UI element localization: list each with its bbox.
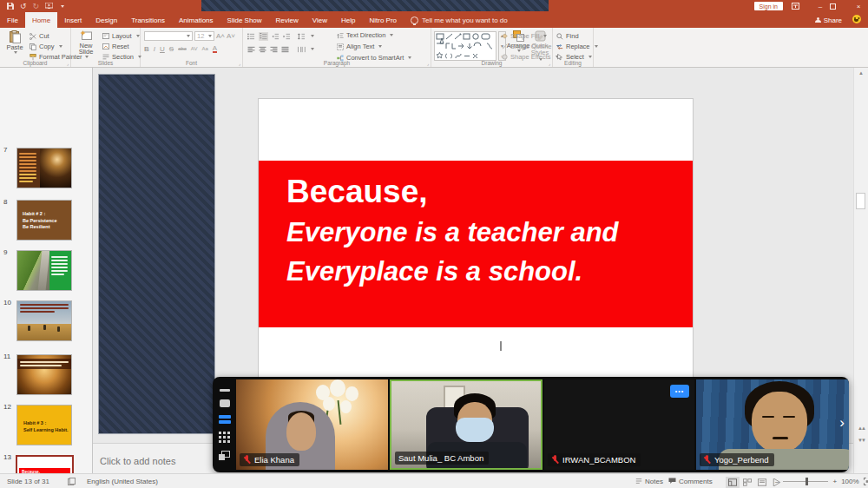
shape-effects-button[interactable]: Shape Effects [502,52,559,62]
font-color-button[interactable]: A [213,45,217,53]
thumbnail-slide-11[interactable] [16,354,72,395]
zoom-slider-knob[interactable] [806,478,808,485]
replace-button[interactable]: Replace [556,42,598,51]
font-name-combo[interactable] [144,31,193,41]
redo-icon[interactable]: ↻ [33,2,40,10]
decrease-indent-icon[interactable] [272,33,279,40]
video-tile-saut[interactable]: Saut Mulia_ BC Ambon [390,379,542,470]
underline-button[interactable]: U [160,45,165,53]
thumbnail-slide-12[interactable]: Habit # 3 :Self Learning Habit. [16,405,72,445]
cut-button[interactable]: Cut [30,31,49,41]
shapes-gallery[interactable] [434,31,496,61]
tab-nitro-pro[interactable]: Nitro Pro [362,12,404,28]
minimize-strip-icon[interactable] [220,389,230,392]
start-slideshow-icon[interactable] [45,3,53,10]
character-spacing-button[interactable]: AV [191,45,198,53]
normal-view-button[interactable] [726,477,740,488]
video-tile-irwan[interactable]: ••• IRWAN_BCAMBON [544,379,694,470]
ribbon-display-options-icon[interactable] [792,3,811,10]
slide-sorter-view-button[interactable] [740,477,754,488]
layout-view-icon[interactable] [219,451,230,460]
change-case-button[interactable]: Aa [201,45,207,53]
paragraph-dialog-launcher[interactable]: ⌟ [427,61,429,66]
tab-design[interactable]: Design [89,12,124,28]
tab-insert[interactable]: Insert [57,12,89,28]
tab-review[interactable]: Review [269,12,306,28]
share-button[interactable]: Share [815,12,842,28]
more-options-button[interactable]: ••• [670,385,689,398]
tab-file[interactable]: File [0,12,25,28]
undo-icon[interactable]: ↺ [20,2,27,10]
save-icon[interactable] [7,3,14,10]
video-tile-elia[interactable]: Elia Khana [236,379,388,470]
font-dialog-launcher[interactable]: ⌟ [239,61,240,66]
scroll-up-icon[interactable]: ▲ [854,70,868,76]
thumbnail-slide-10[interactable] [16,300,72,341]
language-indicator[interactable]: English (United States) [87,474,158,488]
slide-text-block[interactable]: Because, Everyone is a teacher and Every… [286,171,619,291]
align-right-icon[interactable] [270,46,278,53]
next-slide-button[interactable]: ▼▼ [854,438,868,443]
thumbnail-slide-8[interactable]: Habit # 2 :Be PersistenceBe Resilient [16,200,72,241]
increase-font-size-button[interactable]: A˄ [216,32,225,40]
tab-animations[interactable]: Animations [172,12,220,28]
bold-button[interactable]: B [144,45,149,53]
tab-transitions[interactable]: Transitions [124,12,172,28]
new-slide-button[interactable]: New Slide [73,30,99,58]
align-text-button[interactable]: Align Text [337,42,382,51]
scrollbar-thumb[interactable] [856,193,865,209]
accessibility-icon[interactable] [68,474,76,488]
text-direction-button[interactable]: Text Direction [337,30,393,40]
zoom-out-button[interactable]: – [775,478,779,485]
align-left-icon[interactable] [247,46,255,53]
decrease-font-size-button[interactable]: A˅ [227,32,235,40]
clipboard-dialog-launcher[interactable]: ⌟ [67,61,69,66]
speaker-view-icon[interactable] [220,399,230,407]
tab-home[interactable]: Home [25,12,57,28]
gallery-view-icon[interactable] [219,432,230,443]
maximize-button[interactable] [830,3,849,10]
feedback-smiley-icon[interactable] [852,15,861,23]
columns-icon[interactable] [298,46,306,53]
numbering-button[interactable] [259,32,268,41]
line-spacing-icon[interactable] [298,33,306,40]
thumbnail-slide-9[interactable] [16,250,72,291]
reading-view-button[interactable] [755,477,769,488]
slide-red-band[interactable]: Because, Everyone is a teacher and Every… [259,161,693,327]
video-tile-yogo[interactable]: Yogo_Perbend [696,379,849,470]
strikethrough-button[interactable]: S [169,45,174,53]
notes-toggle[interactable]: Notes [635,474,663,488]
italic-button[interactable]: I [154,45,155,53]
zoom-slider[interactable] [783,481,828,482]
thumbnail-slide-13-selected[interactable]: Because, Everyone is a teacher andEveryp… [16,455,74,473]
bullets-icon[interactable] [247,33,255,40]
reset-button[interactable]: Reset [102,42,129,51]
zoom-in-button[interactable]: + [832,478,837,485]
layout-button[interactable]: Layout [102,31,140,41]
text-shadow-button[interactable]: abc [178,45,187,53]
previous-slide-button[interactable]: ▲▲ [854,425,868,431]
tab-slide-show[interactable]: Slide Show [220,12,269,28]
sign-in-button[interactable]: Sign in [754,2,783,10]
minimize-button[interactable]: – [811,3,830,10]
zoom-percentage[interactable]: 100% [841,478,858,485]
strip-view-icon[interactable] [219,415,231,424]
copy-button[interactable]: Copy [30,42,62,51]
fit-to-window-icon[interactable] [864,478,868,485]
notes-placeholder[interactable]: Click to add notes [100,456,175,466]
font-size-combo[interactable]: 12 [194,31,214,41]
shape-fill-button[interactable]: Shape Fill [502,31,547,41]
slide-canvas[interactable]: Because, Everyone is a teacher and Every… [259,99,693,425]
vertical-scrollbar[interactable]: ▲ ▲▲ ▼▼ [853,68,868,473]
paste-button[interactable]: Paste [2,30,28,54]
justify-icon[interactable] [281,46,289,53]
increase-indent-icon[interactable] [283,33,291,40]
tab-help[interactable]: Help [334,12,362,28]
tell-me-box[interactable]: Tell me what you want to do [404,12,515,28]
next-participants-chevron[interactable]: › [839,415,845,430]
shape-outline-button[interactable]: Shape Outline [502,42,560,51]
close-button[interactable]: × [849,3,868,10]
tab-view[interactable]: View [306,12,334,28]
comments-toggle[interactable]: Comments [668,474,713,488]
thumbnail-slide-7[interactable] [16,148,72,188]
